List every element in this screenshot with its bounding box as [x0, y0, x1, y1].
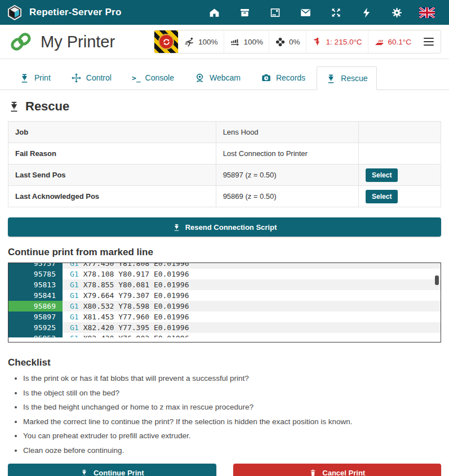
print-frame-icon — [269, 7, 281, 19]
gcode-line-number: 95785 — [8, 269, 63, 279]
gcode-line-number: 95925 — [8, 322, 63, 333]
power-button[interactable] — [351, 0, 381, 25]
speed-value: 100% — [198, 38, 218, 46]
console-icon: >_ — [132, 74, 141, 82]
row-value: Lost Connection to Printer — [216, 143, 358, 164]
menu-icon — [424, 38, 434, 39]
emergency-reset-button[interactable] — [154, 30, 178, 53]
logo-hexagon-icon[interactable] — [7, 5, 23, 20]
gcode-line-code: G1X78.855 Y80.081 E0.01996 — [63, 279, 441, 290]
continue-print-button[interactable]: Continue Print — [8, 464, 216, 476]
flow-icon — [230, 37, 241, 47]
power-icon — [361, 7, 372, 19]
gcode-line-code: G1X79.664 Y79.307 E0.01996 — [63, 290, 441, 301]
tab-print[interactable]: Print — [10, 66, 60, 90]
gcode-line[interactable]: 95897 G1X81.453 Y77.960 E0.01996 — [8, 312, 441, 322]
gcode-line-number: 95953 — [8, 333, 63, 337]
webcam-icon — [194, 73, 205, 83]
gcode-line[interactable]: 95785 G1X78.108 Y80.917 E0.01996 — [8, 269, 441, 279]
rescue-nozzle-icon — [326, 73, 336, 84]
printer-box-button[interactable] — [229, 0, 260, 25]
gcode-line[interactable]: 95813 G1X78.855 Y80.081 E0.01996 — [8, 279, 441, 290]
rescue-heading-icon — [8, 100, 20, 113]
tab-label: Console — [145, 73, 174, 82]
printer-menu-button[interactable] — [417, 30, 441, 53]
emergency-reset-icon — [154, 30, 178, 54]
resend-connection-script-button[interactable]: Resend Connection Script — [8, 217, 441, 237]
language-button[interactable] — [412, 0, 442, 25]
gcode-viewer[interactable]: 95757 G1X77.450 Y81.808 E0.01996 95785 G… — [8, 263, 441, 342]
gcode-line[interactable]: 95925 G1X82.420 Y77.395 E0.01996 — [8, 322, 441, 333]
uk-flag-icon — [419, 7, 435, 18]
tab-rescue[interactable]: Rescue — [317, 66, 376, 90]
chain-link-icon — [8, 30, 34, 53]
checklist-title: Checklist — [8, 357, 441, 368]
messages-button[interactable] — [290, 0, 321, 25]
tab-label: Webcam — [210, 73, 241, 82]
row-label: Last Send Pos — [8, 164, 216, 186]
rescue-info-table: Job Lens Hood Fail Reason Lost Connectio… — [8, 121, 441, 207]
gcode-line-code: G1X78.108 Y80.917 E0.01996 — [63, 269, 441, 279]
heated-bed-icon — [374, 37, 385, 47]
home-button[interactable] — [199, 0, 229, 25]
rescue-section-title: Rescue — [8, 99, 441, 114]
row-label: Job — [8, 122, 216, 143]
status-bed-temp[interactable]: 60.1°C — [368, 30, 417, 53]
tab-control[interactable]: Control — [62, 66, 121, 90]
status-speed[interactable]: 100% — [178, 30, 224, 53]
tab-console[interactable]: >_ Console — [123, 66, 183, 90]
speed-icon — [184, 37, 195, 47]
messages-icon — [300, 7, 312, 19]
checklist-item: Is the print ok or has it fat blobs that… — [23, 373, 441, 384]
row-label: Fail Reason — [8, 143, 216, 164]
gcode-line[interactable]: 95869 G1X80.532 Y78.598 E0.01996 — [8, 301, 441, 312]
table-row-fail-reason: Fail Reason Lost Connection to Printer — [8, 143, 441, 164]
checklist: Is the print ok or has it fat blobs that… — [23, 373, 441, 456]
nozzle-icon — [80, 469, 88, 476]
tab-label: Print — [34, 73, 51, 82]
checklist-item: Is the bed height unchanged or home to z… — [23, 402, 441, 413]
nozzle-icon — [172, 223, 181, 232]
gcode-line[interactable]: 95841 G1X79.664 Y79.307 E0.01996 — [8, 290, 441, 301]
select-last-ack-button[interactable]: Select — [366, 190, 398, 203]
gcode-scrollbar-thumb[interactable] — [435, 275, 439, 285]
select-last-send-button[interactable]: Select — [366, 168, 398, 182]
navbar-icon-group — [199, 0, 442, 25]
printer-box-icon — [239, 7, 251, 19]
table-row-job: Job Lens Hood — [8, 122, 441, 143]
gcode-line-code: G1X82.420 Y77.395 E0.01996 — [63, 322, 441, 333]
printer-name: My Printer — [41, 33, 115, 51]
table-row-last-ack-pos: Last Acknowledged Pos 95869 (z = 0.50) S… — [8, 186, 441, 207]
bed-temp-value: 60.1°C — [388, 38, 411, 46]
tab-label: Rescue — [341, 74, 367, 83]
tab-records[interactable]: Records — [252, 66, 314, 90]
tab-webcam[interactable]: Webcam — [185, 66, 250, 90]
gcode-line[interactable]: 95757 G1X77.450 Y81.808 E0.01996 — [8, 263, 441, 269]
checklist-item: Clean ooze before continuing. — [23, 445, 441, 456]
extruder-temp-value: 1: 215.0°C — [326, 38, 362, 46]
fan-value: 0% — [289, 38, 300, 46]
status-extruder-temp[interactable]: 1: 215.0°C — [306, 30, 368, 53]
settings-gear-icon — [391, 7, 403, 19]
fan-icon — [275, 37, 286, 47]
gcode-line-code: G1X80.532 Y78.598 E0.01996 — [63, 301, 441, 312]
fullscreen-icon — [330, 7, 342, 19]
gcode-line-code: G1X83.430 Y76.903 E0.01996 — [63, 333, 441, 337]
gcode-line-number: 95897 — [8, 312, 63, 322]
status-fan[interactable]: 0% — [269, 30, 306, 53]
bottom-actions: Continue Print Cancel Print — [8, 464, 441, 476]
app-title: Repetier-Server Pro — [29, 7, 121, 18]
fullscreen-button[interactable] — [321, 0, 351, 25]
gcode-line-code: G1X81.453 Y77.960 E0.01996 — [63, 312, 441, 322]
row-value: Lens Hood — [216, 122, 358, 143]
gcode-line-code: G1X77.450 Y81.808 E0.01996 — [63, 263, 441, 269]
gcode-line-number: 95869 — [8, 301, 63, 312]
print-frame-button[interactable] — [260, 0, 290, 25]
cancel-print-button[interactable]: Cancel Print — [233, 464, 442, 476]
gcode-line[interactable]: 95953 G1X83.430 Y76.903 E0.01996 — [8, 333, 441, 337]
settings-button[interactable] — [381, 0, 412, 25]
gcode-line-number: 95757 — [8, 263, 63, 269]
tab-label: Records — [276, 73, 305, 82]
trash-icon — [309, 469, 317, 476]
status-flow[interactable]: 100% — [224, 30, 269, 53]
